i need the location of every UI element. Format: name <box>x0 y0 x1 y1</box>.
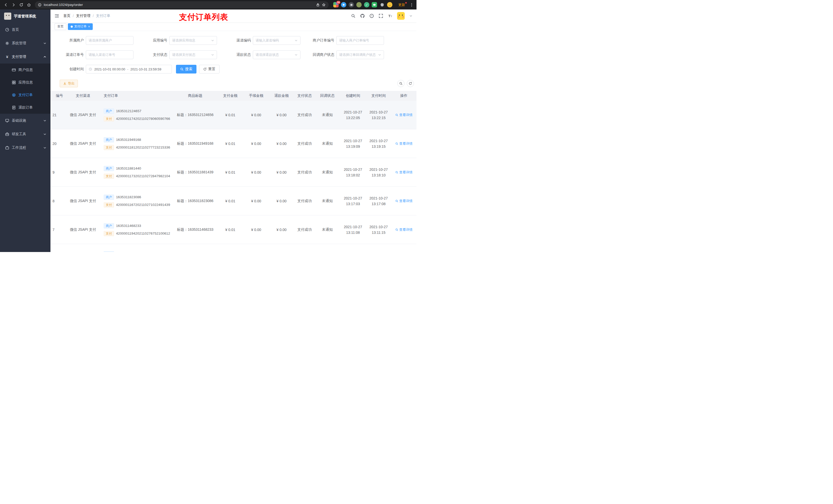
refund-amount: ¥ 0.00 <box>269 129 294 158</box>
order-numbers-cell: 商户 1635311949168 支付 42000011812021102777… <box>98 129 173 158</box>
filter-row-3: 创建时间 2021-10-01 00:00:00 - 2021-10-31 23… <box>55 65 416 73</box>
browser-update-button[interactable]: 更新 <box>396 2 407 8</box>
font-size-icon[interactable]: TT <box>388 14 392 18</box>
github-icon[interactable] <box>360 14 365 18</box>
table-body: 21 微信 JSAPI 支付 商户 1635312124657 支付 42000… <box>50 101 416 244</box>
help-icon[interactable]: ? <box>370 14 374 18</box>
browser-profile-avatar[interactable] <box>387 2 392 7</box>
extension-chat-icon[interactable] <box>372 2 377 7</box>
svg-text:T: T <box>390 15 392 18</box>
filter-field-input[interactable]: 请选择所属商户 <box>86 36 134 45</box>
browser-menu-button[interactable] <box>409 3 414 7</box>
sidebar-item-merchant-info[interactable]: 商户信息 <box>0 64 50 76</box>
filter-field-input[interactable]: 请选择应用信息 <box>169 36 217 45</box>
browser-back-button[interactable] <box>3 2 9 8</box>
avatar-caret-icon[interactable] <box>409 14 412 18</box>
create-date: 2021-10-27 <box>344 167 362 172</box>
filter-field: 所属商户 请选择所属商户 <box>55 36 139 45</box>
browser-address-bar[interactable]: localhost:1024/pay/order <box>35 1 329 8</box>
export-button[interactable]: 导出 <box>60 80 78 87</box>
filter-field-input[interactable]: 请输入商户订单编号 <box>336 36 384 45</box>
refresh-table-button[interactable] <box>407 80 414 87</box>
fee-amount: ¥ 0.00 <box>244 101 269 129</box>
order-id: 21 <box>50 101 68 129</box>
filter-field-placeholder: 请选择应用信息 <box>172 38 195 43</box>
sidebar-toggle-button[interactable] <box>54 14 59 18</box>
table-row[interactable]: 7 微信 JSAPI 支付 商户 1635311468233 支付 420000… <box>50 215 416 244</box>
sidebar-item-app-info[interactable]: 应用信息 <box>0 76 50 89</box>
search-icon[interactable] <box>351 14 356 18</box>
extension-blue-icon[interactable] <box>341 2 346 7</box>
tabs-bar: 首页 支付订单 × <box>50 22 416 31</box>
filter-field-input[interactable]: 请输入渠道订单号 <box>86 50 134 59</box>
product-title: 标题：1635311881439 <box>173 158 217 187</box>
create-time-range-input[interactable]: 2021-10-01 00:00:00 - 2021-10-31 23:59:5… <box>86 65 172 73</box>
vue-devtools-icon[interactable]: ✓ <box>364 2 370 7</box>
sidebar-item-infra[interactable]: 基础设施 <box>0 114 50 127</box>
sidebar-item-workflow[interactable]: 工作流程 <box>0 141 50 154</box>
bookmark-star-icon[interactable] <box>322 3 326 7</box>
view-detail-link[interactable]: 查看详情 <box>395 227 413 232</box>
sidebar-item-refund-order[interactable]: 退款订单 <box>0 101 50 114</box>
filter-field-input[interactable]: 请输入渠道编码 <box>253 36 301 45</box>
table-row[interactable]: 21 微信 JSAPI 支付 商户 1635312124657 支付 42000… <box>50 101 416 129</box>
tab-home[interactable]: 首页 <box>54 23 66 30</box>
merchant-tag: 商户 <box>104 109 114 114</box>
view-detail-link[interactable]: 查看详情 <box>395 170 413 175</box>
browser-reload-button[interactable] <box>18 2 25 8</box>
view-detail-link[interactable]: 查看详情 <box>395 199 413 203</box>
sidebar-item-system[interactable]: 系统管理 <box>0 37 50 50</box>
user-avatar[interactable] <box>397 12 405 20</box>
sidebar-item-label: 退款订单 <box>19 105 33 110</box>
filter-row-2: 渠道订单号 请输入渠道订单号 支付状态 请选择支付状态 退款状态 请选择退款状态… <box>55 50 416 59</box>
sidebar: 芋道管理系统 首页 系统管理 ¥ 支付管理 商户信息 <box>0 9 50 252</box>
breadcrumb-item[interactable]: 首页 <box>63 14 70 18</box>
filter-field-input[interactable]: 请选择退款状态 <box>253 50 301 59</box>
filter-field-input[interactable]: 请选择支付状态 <box>169 50 217 59</box>
table-row[interactable]: 9 微信 JSAPI 支付 商户 1635311881440 支付 420000… <box>50 158 416 187</box>
sidebar-logo[interactable]: 芋道管理系统 <box>0 9 50 23</box>
extension-dark-icon[interactable] <box>349 2 354 7</box>
tab-pay-order[interactable]: 支付订单 × <box>68 23 93 30</box>
column-header: 编号 <box>50 94 68 98</box>
pay-order-no: 4200001181202110277723215336 <box>116 145 170 149</box>
extensions-puzzle-icon[interactable] <box>379 2 385 7</box>
extension-grid-icon[interactable]: 10 <box>333 2 339 7</box>
fullscreen-icon[interactable] <box>379 14 383 18</box>
main-area: 首页 / 支付管理 / 支付订单 支付订单列表 ? <box>50 9 416 252</box>
pay-amount: ¥ 0.01 <box>217 101 244 129</box>
sidebar-item-pay-order[interactable]: 支付订单 <box>0 89 50 101</box>
table-row-partial[interactable]: 商户 1635311157736 <box>50 244 416 252</box>
share-icon[interactable] <box>316 3 320 7</box>
breadcrumb-item[interactable]: 支付管理 <box>76 14 90 18</box>
pay-date: 2021-10-27 <box>370 110 388 115</box>
pay-status: 支付成功 <box>294 129 315 158</box>
reset-button[interactable]: 重置 <box>199 65 219 73</box>
hamburger-icon <box>54 14 59 18</box>
sidebar-item-dev-tools[interactable]: 研发工具 <box>0 127 50 141</box>
view-detail-link[interactable]: 查看详情 <box>395 113 413 117</box>
tab-close-icon[interactable]: × <box>88 25 90 28</box>
pay-date: 2021-10-27 <box>370 138 388 144</box>
site-info-icon[interactable] <box>38 3 42 7</box>
browser-forward-button[interactable] <box>10 2 17 8</box>
sidebar-item-home[interactable]: 首页 <box>0 23 50 37</box>
filter-field-input[interactable]: 请选择订单回调商户状态 <box>336 50 384 59</box>
tab-label: 首页 <box>57 24 64 29</box>
pay-clock: 13:22:15 <box>372 115 386 121</box>
browser-home-button[interactable] <box>26 2 32 8</box>
table-row[interactable]: 8 微信 JSAPI 支付 商户 1635311823086 支付 420000… <box>50 187 416 215</box>
refresh-icon <box>203 67 207 71</box>
pay-status: 支付成功 <box>294 101 315 129</box>
toggle-search-button[interactable] <box>397 80 404 87</box>
search-button[interactable]: 搜索 <box>176 65 196 73</box>
refund-amount: ¥ 0.00 <box>269 215 294 244</box>
extension-olive-icon[interactable] <box>356 2 362 7</box>
product-title: 标题：1635311949168 <box>173 129 217 158</box>
table-row[interactable]: 20 微信 JSAPI 支付 商户 1635311949168 支付 42000… <box>50 129 416 158</box>
sidebar-item-payment[interactable]: ¥ 支付管理 <box>0 50 50 64</box>
filter-area: 所属商户 请选择所属商户 应用编号 请选择应用信息 渠道编码 请输入渠道编码 商… <box>50 36 416 73</box>
svg-text:T: T <box>388 14 390 18</box>
filter-field-placeholder: 请选择退款状态 <box>256 52 279 57</box>
view-detail-link[interactable]: 查看详情 <box>395 141 413 146</box>
